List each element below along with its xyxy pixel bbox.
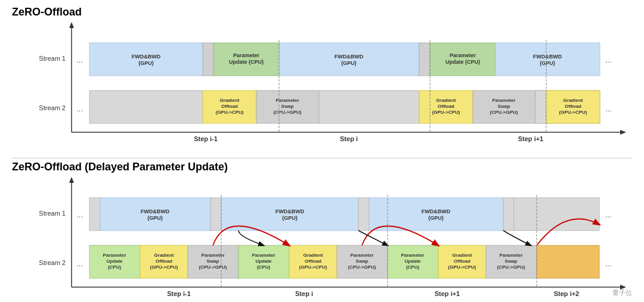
bot-step-i: Step i [295, 290, 313, 297]
top-s1-sep1 [203, 43, 213, 76]
top-step-i-1: Step i-1 [194, 135, 218, 142]
top-s2-gray1 [89, 91, 203, 123]
bot-black-arrow3 [503, 231, 531, 245]
bottom-title: ZeRO-Offload (Delayed Parameter Update) [12, 161, 632, 173]
svg-text:Parameter: Parameter [401, 253, 424, 258]
svg-text:(GPU->CPU): (GPU->CPU) [216, 110, 244, 115]
svg-text:Gradient: Gradient [220, 98, 240, 103]
top-ellipsis-left-s2: ... [76, 104, 83, 113]
svg-text:Offload: Offload [156, 259, 172, 264]
bot-s2-trailing [537, 245, 599, 278]
top-title: ZeRO-Offload [12, 6, 632, 18]
svg-text:(GPU->CPU): (GPU->CPU) [150, 264, 178, 270]
svg-text:(GPU): (GPU) [428, 215, 444, 221]
svg-text:Swap: Swap [281, 104, 294, 109]
bot-stream1-label: Stream 1 [39, 210, 66, 217]
svg-rect-39 [358, 198, 369, 231]
top-step-i: Step i [340, 135, 358, 142]
svg-text:Update: Update [404, 259, 421, 264]
svg-text:Gradient: Gradient [304, 253, 323, 258]
bottom-section: ZeRO-Offload (Delayed Parameter Update) … [12, 161, 632, 302]
top-diagram-svg: Stream 1 Stream 2 ... ... ... ... FWD&BW… [12, 22, 632, 150]
svg-text:(CPU->GPU): (CPU->GPU) [274, 110, 302, 115]
svg-text:(GPU): (GPU) [147, 215, 163, 221]
svg-text:(GPU->CPU): (GPU->CPU) [448, 264, 476, 270]
top-diagram: Stream 1 Stream 2 ... ... ... ... FWD&BW… [12, 22, 632, 153]
bot-step-i1: Step i+1 [435, 290, 460, 297]
svg-text:(CPU): (CPU) [108, 264, 122, 270]
bot-ellipsis-left-s2: ... [76, 259, 83, 268]
svg-text:(GPU): (GPU) [138, 60, 154, 66]
top-section: ZeRO-Offload Stream 1 Stream 2 ... ... .… [12, 6, 632, 153]
svg-text:Parameter: Parameter [350, 253, 373, 258]
svg-text:Swap: Swap [498, 104, 510, 109]
svg-text:Swap: Swap [207, 259, 219, 264]
top-s2-gray2 [319, 91, 419, 123]
svg-text:Offload: Offload [565, 104, 581, 109]
svg-text:Swap: Swap [505, 259, 518, 264]
svg-text:FWD&BWD: FWD&BWD [422, 208, 451, 214]
svg-text:Offload: Offload [305, 259, 321, 264]
svg-text:Gradient: Gradient [453, 253, 472, 258]
svg-text:(CPU->GPU): (CPU->GPU) [199, 264, 227, 270]
svg-text:(GPU): (GPU) [540, 60, 555, 66]
svg-text:(GPU): (GPU) [341, 60, 357, 66]
svg-text:FWD&BWD: FWD&BWD [141, 208, 170, 214]
top-ellipsis-right-s2: ... [605, 104, 612, 113]
bot-ellipsis-left-s1: ... [76, 210, 83, 219]
svg-marker-32 [69, 177, 74, 183]
svg-text:Update (CPU): Update (CPU) [229, 59, 264, 65]
bot-ellipsis-right-s2: ... [605, 259, 612, 268]
bottom-diagram-svg: Stream 1 Stream 2 ... ... ... ... FWD&BW… [12, 177, 632, 302]
svg-text:Parameter: Parameter [450, 52, 476, 58]
top-s1-block1-text: FWD&BWD [132, 54, 161, 60]
svg-text:(CPU): (CPU) [406, 264, 420, 270]
top-ellipsis-right-s1: ... [605, 55, 612, 64]
bot-ellipsis-right-s1: ... [605, 210, 612, 219]
svg-text:Gradient: Gradient [154, 253, 174, 258]
svg-text:(CPU): (CPU) [257, 264, 271, 270]
svg-rect-42 [503, 198, 514, 231]
svg-text:Offload: Offload [454, 259, 470, 264]
svg-text:Update: Update [255, 259, 272, 264]
svg-rect-36 [210, 198, 221, 231]
svg-text:Parameter: Parameter [233, 52, 260, 58]
top-step-i1: Step i+1 [518, 135, 544, 142]
watermark: 量子位 [612, 288, 632, 297]
svg-text:Swap: Swap [356, 259, 369, 264]
svg-text:Update (CPU): Update (CPU) [445, 59, 480, 65]
svg-text:FWD&BWD: FWD&BWD [335, 54, 364, 60]
bot-stream2-label: Stream 2 [39, 259, 66, 266]
svg-text:Update: Update [106, 259, 123, 264]
top-stream1-label: Stream 1 [39, 55, 66, 62]
svg-text:(GPU->CPU): (GPU->CPU) [559, 110, 587, 115]
svg-text:(GPU): (GPU) [282, 215, 298, 221]
svg-text:Gradient: Gradient [564, 98, 583, 103]
top-stream2-label: Stream 2 [39, 104, 66, 111]
svg-text:(CPU->GPU): (CPU->GPU) [497, 264, 525, 270]
bot-step-i2: Step i+2 [554, 290, 580, 297]
svg-text:(CPU->GPU): (CPU->GPU) [348, 264, 376, 270]
svg-marker-3 [69, 22, 74, 28]
svg-text:FWD&BWD: FWD&BWD [275, 208, 305, 214]
bot-step-i-1: Step i-1 [167, 290, 191, 297]
svg-rect-33 [89, 198, 100, 231]
svg-text:Parameter: Parameter [499, 253, 522, 258]
svg-text:Gradient: Gradient [436, 98, 456, 103]
svg-text:Parameter: Parameter [252, 253, 275, 258]
svg-rect-25 [535, 91, 546, 123]
svg-text:(GPU->CPU): (GPU->CPU) [299, 264, 327, 270]
svg-text:(GPU->CPU): (GPU->CPU) [432, 110, 460, 115]
bottom-diagram: Stream 1 Stream 2 ... ... ... ... FWD&BW… [12, 177, 632, 302]
svg-text:Offload: Offload [221, 104, 238, 109]
section-divider [12, 158, 632, 158]
top-ellipsis-left-s1: ... [76, 55, 83, 64]
bot-black-arrow1 [239, 231, 264, 245]
svg-text:Parameter: Parameter [103, 253, 126, 258]
svg-marker-2 [620, 130, 626, 135]
svg-text:Parameter: Parameter [492, 98, 515, 103]
svg-text:(CPU->GPU): (CPU->GPU) [490, 110, 518, 115]
top-s1-sep2 [419, 43, 430, 76]
svg-text:FWD&BWD: FWD&BWD [533, 54, 562, 60]
svg-text:Offload: Offload [438, 104, 454, 109]
